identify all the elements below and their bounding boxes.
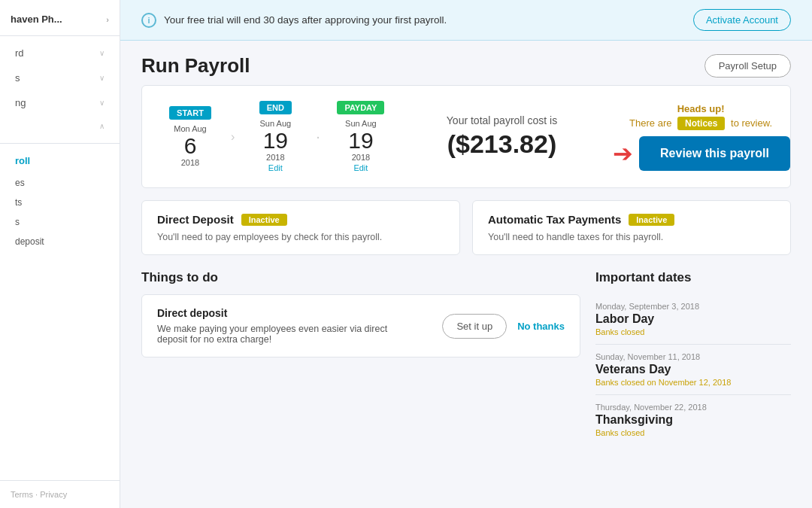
todo-card: Direct deposit We make paying your emplo… [141,294,580,357]
direct-deposit-header: Direct Deposit Inactive [157,213,444,226]
date-item-thanksgiving: Thursday, November 22, 2018 Thanksgiving… [595,395,791,445]
veterans-day-note: Banks closed on November 12, 2018 [595,378,791,387]
labor-day-note: Banks closed [595,327,791,336]
total-cost-label: Your total payroll cost is [406,114,598,126]
auto-tax-title: Automatic Tax Payments [488,213,621,226]
auto-tax-badge: Inactive [629,214,674,226]
sidebar-item-s[interactable]: s ∨ [5,66,115,90]
end-label: END [259,101,292,114]
sidebar-item-ng-label: ng [15,97,26,108]
direct-deposit-title: Direct Deposit [157,213,234,226]
chevron-up-icon: ∧ [99,122,105,130]
sidebar-sub-item-deposit[interactable]: deposit [0,232,120,251]
notices-badge[interactable]: Notices [677,117,725,130]
labor-day-date: Monday, September 3, 2018 [595,302,791,311]
direct-deposit-card: Direct Deposit Inactive You'll need to p… [141,200,460,255]
heads-up: Heads up! There are Notices to review. [629,103,772,129]
payday-label: PAYDAY [337,101,384,114]
info-icon: i [141,13,156,28]
end-day: 19 [245,128,305,153]
chevron-down-icon: ∨ [99,99,105,107]
sidebar-item-s-label: s [15,72,20,84]
todo-card-content: Direct deposit We make paying your emplo… [157,307,413,345]
heads-up-suffix: to review. [731,117,772,129]
sidebar-item-payroll[interactable]: roll [5,149,115,172]
sidebar-item-rd[interactable]: rd ∨ [5,41,115,65]
page-header: Run Payroll Payroll Setup [120,41,812,85]
chevron-down-icon: ∨ [99,49,105,57]
footer-separator: · [35,490,38,499]
payroll-setup-button[interactable]: Payroll Setup [704,54,791,78]
total-cost-amount: ($213.82) [406,129,598,159]
payday-day: 19 [331,128,391,153]
sidebar-item-empty[interactable]: ∧ [5,116,115,136]
sidebar-sub-item-s2[interactable]: s [0,212,120,232]
dot-separator: · [316,128,320,145]
trial-banner-message: Your free trial will end 30 days after a… [164,14,447,26]
payday-year: 2018 [331,153,391,162]
end-edit-link[interactable]: Edit [245,163,305,172]
labor-day-holiday: Labor Day [595,312,791,326]
payroll-label: roll [15,155,30,166]
things-to-do-heading: Things to do [141,270,580,285]
sidebar-sub-item-es[interactable]: es [0,173,120,193]
review-payroll-button[interactable]: Review this payroll [639,136,790,171]
sidebar-footer: Terms · Privacy [0,480,120,508]
no-thanks-button[interactable]: No thanks [517,321,565,332]
things-to-do-section: Things to do Direct deposit We make payi… [141,270,580,508]
info-cards-row: Direct Deposit Inactive You'll need to p… [141,200,791,255]
auto-tax-header: Automatic Tax Payments Inactive [488,213,775,226]
important-dates-heading: Important dates [595,270,791,285]
auto-tax-card: Automatic Tax Payments Inactive You'll n… [472,200,791,255]
todo-actions: Set it up No thanks [442,314,565,339]
brand-name: haven Ph... [11,14,62,25]
payroll-section: roll es ts s deposit [0,143,120,251]
trial-banner-left: i Your free trial will end 30 days after… [141,13,447,28]
end-date-box: END Sun Aug 19 2018 Edit [245,101,305,172]
date-item-veterans-day: Sunday, November 11, 2018 Veterans Day B… [595,345,791,395]
activate-account-button[interactable]: Activate Account [693,9,791,31]
date-item-labor-day: Monday, September 3, 2018 Labor Day Bank… [595,294,791,345]
sidebar-brand[interactable]: haven Ph... › [0,6,120,36]
thanksgiving-date: Thursday, November 22, 2018 [595,403,791,412]
direct-deposit-desc: You'll need to pay employees by check fo… [157,232,444,242]
heads-up-title: Heads up! [629,103,772,114]
trial-banner: i Your free trial will end 30 days after… [120,0,812,41]
review-section: Heads up! There are Notices to review. ➔… [613,103,772,171]
brand-chevron-icon: › [106,15,109,24]
bottom-row: Things to do Direct deposit We make payi… [141,270,791,508]
auto-tax-desc: You'll need to handle taxes for this pay… [488,232,775,242]
start-dayname: Mon Aug [160,124,220,133]
important-dates-section: Important dates Monday, September 3, 201… [595,270,791,508]
start-year: 2018 [160,158,220,167]
sidebar-sub-item-ts[interactable]: ts [0,193,120,212]
sidebar: haven Ph... › rd ∨ s ∨ ng ∨ ∧ roll es ts… [0,0,120,508]
privacy-link[interactable]: Privacy [40,490,67,499]
arrow-icon: › [231,130,235,144]
set-it-up-button[interactable]: Set it up [442,314,507,339]
veterans-day-holiday: Veterans Day [595,363,791,376]
payday-edit-link[interactable]: Edit [331,163,391,172]
direct-deposit-badge: Inactive [241,214,287,226]
chevron-down-icon: ∨ [99,74,105,82]
start-label: START [169,106,211,120]
heads-up-text: There are [629,117,671,129]
payroll-card: START Mon Aug 6 2018 › END Sun Aug 19 20… [141,85,791,188]
arrow-indicator-icon: ➔ [613,139,633,168]
sidebar-item-rd-label: rd [15,47,24,59]
main-content: i Your free trial will end 30 days after… [120,0,812,508]
thanksgiving-holiday: Thanksgiving [595,413,791,427]
terms-link[interactable]: Terms [11,490,33,499]
thanksgiving-note: Banks closed [595,428,791,437]
dates-section: START Mon Aug 6 2018 › END Sun Aug 19 20… [160,101,391,172]
end-year: 2018 [245,153,305,162]
sidebar-item-ng[interactable]: ng ∨ [5,91,115,114]
page-title: Run Payroll [141,54,250,78]
total-cost-section: Your total payroll cost is ($213.82) [391,114,613,159]
veterans-day-date: Sunday, November 11, 2018 [595,352,791,361]
payday-dayname: Sun Aug [331,119,391,128]
todo-title: Direct deposit [157,307,413,319]
start-day: 6 [160,133,220,158]
todo-desc: We make paying your employees even easie… [157,324,413,345]
payday-date-box: PAYDAY Sun Aug 19 2018 Edit [331,101,391,172]
